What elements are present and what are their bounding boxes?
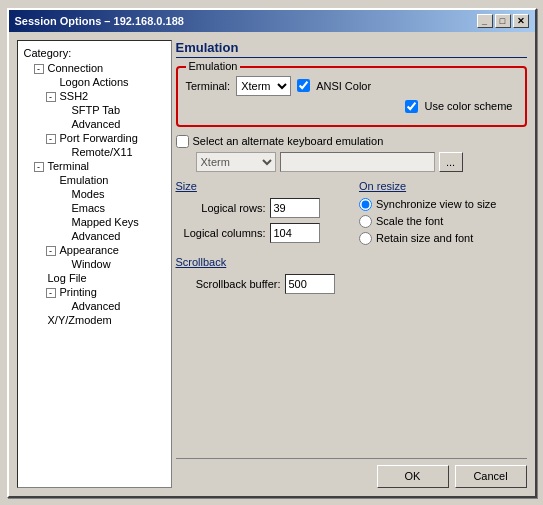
scrollback-buffer-row: Scrollback buffer:: [176, 274, 527, 294]
sidebar-item-appearance[interactable]: -Appearance: [18, 243, 171, 257]
sync-view-label: Synchronize view to size: [376, 198, 496, 210]
sync-view-row: Synchronize view to size: [359, 198, 527, 211]
terminal-label-text: Terminal:: [186, 80, 231, 92]
bottom-bar: OK Cancel: [176, 458, 527, 488]
expander-ssh2[interactable]: -: [46, 92, 56, 102]
logical-columns-row: Logical columns:: [176, 223, 344, 243]
close-button[interactable]: ✕: [513, 14, 529, 28]
category-label: Category:: [18, 45, 171, 61]
main-panel: Emulation Emulation Terminal: Xterm VT10…: [176, 40, 527, 488]
terminal-select[interactable]: Xterm VT100 VT102 VT220 ANSI: [236, 76, 291, 96]
sidebar-item-logon-actions[interactable]: Logon Actions: [18, 75, 171, 89]
xyz-modem-label: X/Y/Zmodem: [46, 314, 114, 326]
retain-size-radio[interactable]: [359, 232, 372, 245]
window-title: Session Options – 192.168.0.188: [15, 15, 184, 27]
terminal-row: Terminal: Xterm VT100 VT102 VT220 ANSI A…: [186, 76, 517, 96]
use-color-scheme-label: Use color scheme: [424, 100, 512, 112]
scrollback-buffer-input[interactable]: [285, 274, 335, 294]
window-content: Category: -Connection Logon Actions -SSH…: [9, 32, 535, 496]
remote-x11-label: Remote/X11: [70, 146, 135, 158]
ansi-color-label: ANSI Color: [316, 80, 371, 92]
category-tree: Category: -Connection Logon Actions -SSH…: [17, 40, 172, 488]
sidebar-item-sftp-tab[interactable]: SFTP Tab: [18, 103, 171, 117]
connection-label: Connection: [46, 62, 106, 74]
on-resize-column: On resize Synchronize view to size Scale…: [359, 180, 527, 248]
expander-connection[interactable]: -: [34, 64, 44, 74]
scrollback-title: Scrollback: [176, 256, 527, 268]
sidebar-item-printing-advanced[interactable]: Advanced: [18, 299, 171, 313]
color-scheme-row: Use color scheme: [186, 100, 517, 113]
sync-view-radio[interactable]: [359, 198, 372, 211]
emulation-group-title: Emulation: [186, 60, 241, 72]
scale-font-label: Scale the font: [376, 215, 443, 227]
ok-button[interactable]: OK: [377, 465, 449, 488]
logical-columns-label: Logical columns:: [176, 227, 266, 239]
sidebar-item-emulation[interactable]: Emulation: [18, 173, 171, 187]
logical-rows-input[interactable]: [270, 198, 320, 218]
panel-title: Emulation: [176, 40, 527, 58]
size-column: Size Logical rows: Logical columns:: [176, 180, 344, 248]
port-forwarding-label: Port Forwarding: [58, 132, 140, 144]
sidebar-item-printing[interactable]: -Printing: [18, 285, 171, 299]
minimize-button[interactable]: _: [477, 14, 493, 28]
sidebar-item-connection[interactable]: -Connection: [18, 61, 171, 75]
keyboard-browse-button[interactable]: ...: [439, 152, 463, 172]
expander-appearance[interactable]: -: [46, 246, 56, 256]
sidebar-item-emacs[interactable]: Emacs: [18, 201, 171, 215]
title-bar-buttons: _ □ ✕: [477, 14, 529, 28]
sidebar-item-terminal[interactable]: -Terminal: [18, 159, 171, 173]
sidebar-item-log-file[interactable]: Log File: [18, 271, 171, 285]
alt-keyboard-label: Select an alternate keyboard emulation: [193, 135, 384, 147]
sidebar-item-ssh2[interactable]: -SSH2: [18, 89, 171, 103]
logical-rows-row: Logical rows:: [176, 198, 344, 218]
use-color-scheme-checkbox[interactable]: [405, 100, 418, 113]
logical-rows-label: Logical rows:: [176, 202, 266, 214]
sidebar-item-port-forwarding[interactable]: -Port Forwarding: [18, 131, 171, 145]
sidebar-item-xyz-modem[interactable]: X/Y/Zmodem: [18, 313, 171, 327]
sidebar-item-mapped-keys[interactable]: Mapped Keys: [18, 215, 171, 229]
emulation-label: Emulation: [58, 174, 111, 186]
printing-advanced-label: Advanced: [70, 300, 123, 312]
alt-keyboard-checkbox[interactable]: [176, 135, 189, 148]
retain-size-label: Retain size and font: [376, 232, 473, 244]
ssh2-advanced-label: Advanced: [70, 118, 123, 130]
logon-actions-label: Logon Actions: [58, 76, 131, 88]
alt-keyboard-row: Select an alternate keyboard emulation: [176, 135, 527, 148]
window-label: Window: [70, 258, 113, 270]
on-resize-radio-group: Synchronize view to size Scale the font …: [359, 198, 527, 245]
log-file-label: Log File: [46, 272, 89, 284]
maximize-button[interactable]: □: [495, 14, 511, 28]
size-resize-section: Size Logical rows: Logical columns: On r…: [176, 180, 527, 248]
cancel-button[interactable]: Cancel: [455, 465, 527, 488]
logical-columns-input[interactable]: [270, 223, 320, 243]
scale-font-row: Scale the font: [359, 215, 527, 228]
terminal-advanced-label: Advanced: [70, 230, 123, 242]
mapped-keys-label: Mapped Keys: [70, 216, 141, 228]
sidebar-item-modes[interactable]: Modes: [18, 187, 171, 201]
scrollback-section: Scrollback Scrollback buffer:: [176, 256, 527, 299]
keyboard-text-input[interactable]: [280, 152, 435, 172]
expander-printing[interactable]: -: [46, 288, 56, 298]
modes-label: Modes: [70, 188, 107, 200]
scrollback-buffer-label: Scrollback buffer:: [176, 278, 281, 290]
scale-font-radio[interactable]: [359, 215, 372, 228]
keyboard-select-row: Xterm ...: [176, 152, 527, 172]
session-options-window: Session Options – 192.168.0.188 _ □ ✕ Ca…: [7, 8, 537, 498]
ssh2-label: SSH2: [58, 90, 91, 102]
emacs-label: Emacs: [70, 202, 108, 214]
keyboard-select[interactable]: Xterm: [196, 152, 276, 172]
terminal-label: Terminal: [46, 160, 92, 172]
ansi-color-checkbox[interactable]: [297, 79, 310, 92]
on-resize-title: On resize: [359, 180, 527, 192]
title-bar: Session Options – 192.168.0.188 _ □ ✕: [9, 10, 535, 32]
printing-label: Printing: [58, 286, 99, 298]
appearance-label: Appearance: [58, 244, 121, 256]
size-title: Size: [176, 180, 344, 192]
expander-terminal[interactable]: -: [34, 162, 44, 172]
sidebar-item-window[interactable]: Window: [18, 257, 171, 271]
retain-size-row: Retain size and font: [359, 232, 527, 245]
sidebar-item-terminal-advanced[interactable]: Advanced: [18, 229, 171, 243]
expander-port-forwarding[interactable]: -: [46, 134, 56, 144]
sidebar-item-remote-x11[interactable]: Remote/X11: [18, 145, 171, 159]
sidebar-item-ssh2-advanced[interactable]: Advanced: [18, 117, 171, 131]
